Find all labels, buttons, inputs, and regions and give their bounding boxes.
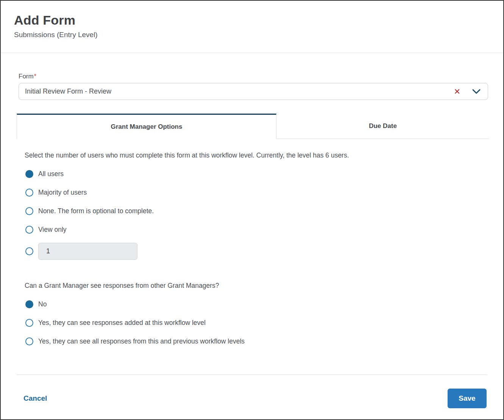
form-field-label: Form* <box>19 73 487 80</box>
radio-option-none-optional[interactable]: None. The form is optional to complete. <box>25 207 487 215</box>
completion-section: Select the number of users who must comp… <box>17 151 487 260</box>
chevron-down-icon[interactable] <box>472 89 481 95</box>
page-title: Add Form <box>14 13 490 28</box>
add-form-dialog: Add Form Submissions (Entry Level) Form*… <box>0 0 504 420</box>
form-select-group: Form* Initial Review Form - Review ✕ <box>17 73 487 100</box>
radio-button[interactable] <box>25 319 33 327</box>
cancel-button[interactable]: Cancel <box>23 394 47 403</box>
dialog-header: Add Form Submissions (Entry Level) <box>1 1 503 53</box>
page-subtitle: Submissions (Entry Level) <box>14 31 490 39</box>
footer-divider <box>17 375 487 375</box>
radio-option-majority[interactable]: Majority of users <box>25 189 487 197</box>
dialog-body: Form* Initial Review Form - Review ✕ Gra… <box>1 73 503 345</box>
radio-button[interactable] <box>25 226 33 234</box>
radio-button[interactable] <box>25 207 33 215</box>
radio-option-yes-all-levels[interactable]: Yes, they can see all responses from thi… <box>25 337 487 345</box>
radio-button[interactable] <box>25 300 33 308</box>
form-select-value: Initial Review Form - Review <box>25 87 454 95</box>
clear-icon[interactable]: ✕ <box>454 87 460 95</box>
tab-bar: Grant Manager Options Due Date <box>17 114 489 139</box>
radio-option-yes-this-level[interactable]: Yes, they can see responses added at thi… <box>25 319 487 327</box>
visibility-prompt: Can a Grant Manager see responses from o… <box>25 282 487 290</box>
radio-button[interactable] <box>25 189 33 197</box>
radio-button[interactable] <box>25 247 33 255</box>
user-count-input[interactable] <box>38 243 137 260</box>
radio-option-view-only[interactable]: View only <box>25 226 487 234</box>
radio-option-no[interactable]: No <box>25 300 487 308</box>
radio-button[interactable] <box>25 170 33 178</box>
visibility-section: Can a Grant Manager see responses from o… <box>17 282 487 345</box>
form-select[interactable]: Initial Review Form - Review ✕ <box>19 83 488 100</box>
save-button[interactable]: Save <box>448 389 487 408</box>
tab-due-date[interactable]: Due Date <box>276 114 489 139</box>
radio-button[interactable] <box>25 337 33 345</box>
dialog-footer: Cancel Save <box>1 389 503 408</box>
required-asterisk: * <box>34 73 36 80</box>
radio-option-custom-count[interactable] <box>25 243 487 260</box>
tab-grant-manager-options[interactable]: Grant Manager Options <box>17 114 276 139</box>
completion-prompt: Select the number of users who must comp… <box>25 151 487 159</box>
radio-option-all-users[interactable]: All users <box>25 170 487 178</box>
